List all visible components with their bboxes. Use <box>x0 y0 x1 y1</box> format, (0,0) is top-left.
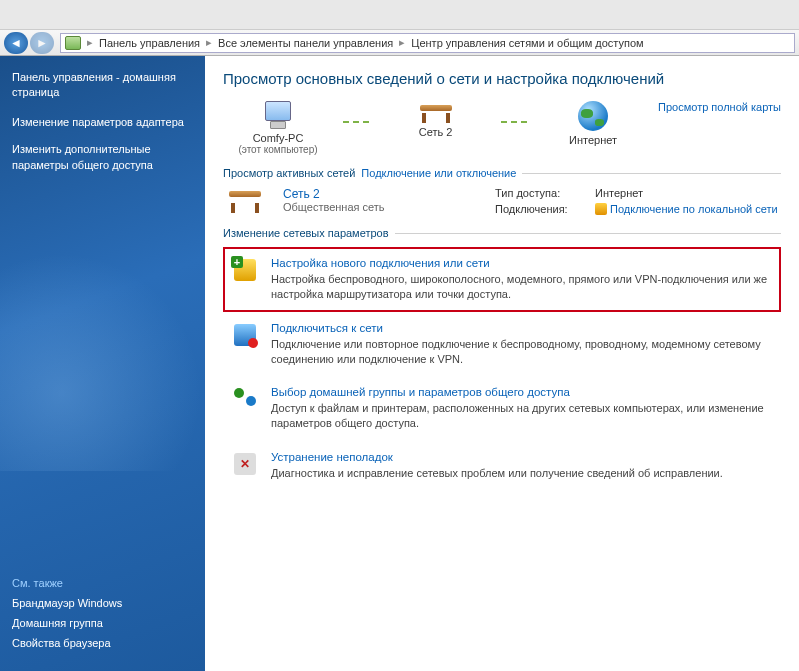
sidebar-link-advanced-sharing[interactable]: Изменить дополнительные параметры общего… <box>12 142 193 173</box>
task-description: Подключение или повторное подключение к … <box>271 338 761 365</box>
breadcrumb-item[interactable]: Панель управления <box>99 37 200 49</box>
map-node-internet[interactable]: Интернет <box>538 101 648 146</box>
task-title-link[interactable]: Настройка нового подключения или сети <box>271 257 773 269</box>
sidebar-link-homegroup[interactable]: Домашняя группа <box>12 617 193 629</box>
breadcrumb-item[interactable]: Все элементы панели управления <box>218 37 393 49</box>
content-pane: Просмотр основных сведений о сети и наст… <box>205 56 799 671</box>
task-description: Настройка беспроводного, широкополосного… <box>271 273 767 300</box>
task-setup-new-connection[interactable]: Настройка нового подключения или сети На… <box>223 247 781 312</box>
forward-button[interactable]: ► <box>30 32 54 54</box>
address-bar: ◄ ► ▸ Панель управления ▸ Все элементы п… <box>0 30 799 56</box>
network-map: Comfy-PC (этот компьютер) Сеть 2 Интерне… <box>223 101 781 155</box>
new-connection-icon <box>234 259 256 281</box>
plug-icon <box>595 203 607 215</box>
network-name-link[interactable]: Сеть 2 <box>283 187 483 201</box>
breadcrumb[interactable]: ▸ Панель управления ▸ Все элементы панел… <box>60 33 795 53</box>
access-type-label: Тип доступа: <box>495 187 585 199</box>
task-list: Настройка нового подключения или сети На… <box>223 247 781 491</box>
globe-icon <box>578 101 608 131</box>
task-troubleshoot[interactable]: Устранение неполадок Диагностика и испра… <box>223 441 781 491</box>
map-node-network[interactable]: Сеть 2 <box>381 101 491 138</box>
view-full-map-link[interactable]: Просмотр полной карты <box>658 101 781 113</box>
connect-icon <box>234 324 256 346</box>
sidebar-link-firewall[interactable]: Брандмауэр Windows <box>12 597 193 609</box>
task-connect-network[interactable]: Подключиться к сети Подключение или повт… <box>223 312 781 377</box>
window-titlebar-placeholder <box>0 0 799 30</box>
active-network-row: Сеть 2 Общественная сеть Тип доступа: Ин… <box>223 187 781 215</box>
task-title-link[interactable]: Подключиться к сети <box>271 322 773 334</box>
active-networks-heading: Просмотр активных сетей Подключение или … <box>223 167 781 179</box>
change-settings-heading: Изменение сетевых параметров <box>223 227 781 239</box>
chevron-right-icon: ▸ <box>83 36 97 49</box>
bench-icon <box>227 187 267 213</box>
group-icon <box>234 388 256 406</box>
map-node-local[interactable]: Comfy-PC (этот компьютер) <box>223 101 333 155</box>
breadcrumb-item[interactable]: Центр управления сетями и общим доступом <box>411 37 643 49</box>
page-title: Просмотр основных сведений о сети и наст… <box>223 70 781 87</box>
task-description: Диагностика и исправление сетевых пробле… <box>271 467 723 479</box>
connector-line <box>501 121 529 123</box>
connect-disconnect-link[interactable]: Подключение или отключение <box>361 167 516 179</box>
troubleshoot-icon <box>234 453 256 475</box>
chevron-right-icon: ▸ <box>395 36 409 49</box>
task-homegroup-sharing[interactable]: Выбор домашней группы и параметров общег… <box>223 376 781 441</box>
sidebar-home-link[interactable]: Панель управления - домашняя страница <box>12 70 193 101</box>
task-title-link[interactable]: Выбор домашней группы и параметров общег… <box>271 386 773 398</box>
see-also-heading: См. также <box>12 577 193 589</box>
computer-icon <box>262 101 294 129</box>
bench-icon <box>418 101 454 123</box>
sidebar-link-adapter-settings[interactable]: Изменение параметров адаптера <box>12 115 193 130</box>
sidebar: Панель управления - домашняя страница Из… <box>0 56 205 671</box>
task-description: Доступ к файлам и принтерам, расположенн… <box>271 402 764 429</box>
chevron-right-icon: ▸ <box>202 36 216 49</box>
control-panel-icon <box>65 35 81 51</box>
back-button[interactable]: ◄ <box>4 32 28 54</box>
access-type-value: Интернет <box>595 187 778 199</box>
connections-label: Подключения: <box>495 203 585 215</box>
task-title-link[interactable]: Устранение неполадок <box>271 451 773 463</box>
connector-line <box>343 121 371 123</box>
connection-link[interactable]: Подключение по локальной сети <box>610 203 778 215</box>
sidebar-link-browser-props[interactable]: Свойства браузера <box>12 637 193 649</box>
network-type-label: Общественная сеть <box>283 201 483 213</box>
